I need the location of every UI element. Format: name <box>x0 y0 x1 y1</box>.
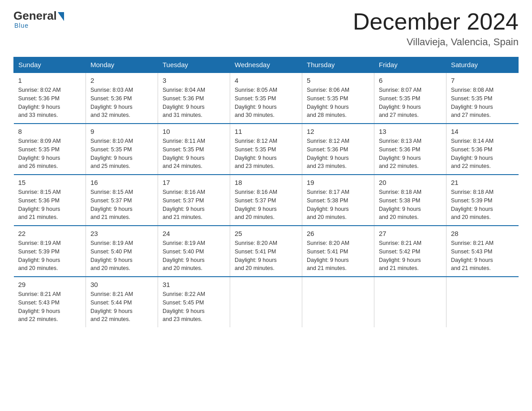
svg-marker-0 <box>58 12 64 21</box>
calendar-cell: 3 Sunrise: 8:04 AM Sunset: 5:36 PM Dayli… <box>158 73 230 124</box>
day-info: Sunrise: 8:20 AM Sunset: 5:41 PM Dayligh… <box>235 239 297 273</box>
day-number: 29 <box>18 281 82 288</box>
calendar-cell: 18 Sunrise: 8:16 AM Sunset: 5:37 PM Dayl… <box>230 175 302 226</box>
day-info: Sunrise: 8:13 AM Sunset: 5:36 PM Dayligh… <box>379 137 442 171</box>
day-info: Sunrise: 8:15 AM Sunset: 5:36 PM Dayligh… <box>18 188 82 222</box>
month-title: December 2024 <box>353 9 519 34</box>
calendar-cell: 25 Sunrise: 8:20 AM Sunset: 5:41 PM Dayl… <box>230 226 302 277</box>
calendar-cell: 5 Sunrise: 8:06 AM Sunset: 5:35 PM Dayli… <box>302 73 374 124</box>
weekday-header-friday: Friday <box>374 57 446 73</box>
calendar-cell: 22 Sunrise: 8:19 AM Sunset: 5:39 PM Dayl… <box>14 226 86 277</box>
day-info: Sunrise: 8:21 AM Sunset: 5:44 PM Dayligh… <box>90 290 153 324</box>
calendar-cell: 15 Sunrise: 8:15 AM Sunset: 5:36 PM Dayl… <box>14 175 86 226</box>
day-info: Sunrise: 8:02 AM Sunset: 5:36 PM Dayligh… <box>18 86 82 120</box>
weekday-header-monday: Monday <box>86 57 158 73</box>
calendar-table: SundayMondayTuesdayWednesdayThursdayFrid… <box>13 57 519 327</box>
calendar-cell: 11 Sunrise: 8:12 AM Sunset: 5:35 PM Dayl… <box>230 124 302 175</box>
calendar-week-row: 1 Sunrise: 8:02 AM Sunset: 5:36 PM Dayli… <box>14 73 519 124</box>
day-number: 4 <box>235 77 297 84</box>
day-number: 12 <box>307 128 369 135</box>
page-header: General Blue December 2024 Villavieja, V… <box>13 9 519 48</box>
day-number: 8 <box>18 128 82 135</box>
day-info: Sunrise: 8:16 AM Sunset: 5:37 PM Dayligh… <box>163 188 225 222</box>
day-number: 19 <box>307 179 369 186</box>
calendar-cell: 13 Sunrise: 8:13 AM Sunset: 5:36 PM Dayl… <box>374 124 446 175</box>
calendar-cell: 7 Sunrise: 8:08 AM Sunset: 5:35 PM Dayli… <box>446 73 519 124</box>
calendar-cell: 6 Sunrise: 8:07 AM Sunset: 5:35 PM Dayli… <box>374 73 446 124</box>
day-info: Sunrise: 8:12 AM Sunset: 5:36 PM Dayligh… <box>307 137 369 171</box>
logo-blue-text: Blue <box>14 22 29 29</box>
day-info: Sunrise: 8:06 AM Sunset: 5:35 PM Dayligh… <box>307 86 369 120</box>
day-number: 15 <box>18 179 82 186</box>
day-number: 7 <box>451 77 514 84</box>
day-info: Sunrise: 8:03 AM Sunset: 5:36 PM Dayligh… <box>90 86 153 120</box>
calendar-cell <box>374 277 446 327</box>
day-info: Sunrise: 8:16 AM Sunset: 5:37 PM Dayligh… <box>235 188 297 222</box>
calendar-cell: 21 Sunrise: 8:18 AM Sunset: 5:39 PM Dayl… <box>446 175 519 226</box>
day-info: Sunrise: 8:17 AM Sunset: 5:38 PM Dayligh… <box>307 188 369 222</box>
day-number: 13 <box>379 128 442 135</box>
day-info: Sunrise: 8:19 AM Sunset: 5:40 PM Dayligh… <box>163 239 225 273</box>
day-info: Sunrise: 8:21 AM Sunset: 5:43 PM Dayligh… <box>18 290 82 324</box>
day-number: 20 <box>379 179 442 186</box>
calendar-cell: 8 Sunrise: 8:09 AM Sunset: 5:35 PM Dayli… <box>14 124 86 175</box>
day-info: Sunrise: 8:12 AM Sunset: 5:35 PM Dayligh… <box>235 137 297 171</box>
calendar-cell <box>302 277 374 327</box>
day-number: 9 <box>90 128 153 135</box>
calendar-cell: 29 Sunrise: 8:21 AM Sunset: 5:43 PM Dayl… <box>14 277 86 327</box>
day-number: 14 <box>451 128 514 135</box>
day-info: Sunrise: 8:09 AM Sunset: 5:35 PM Dayligh… <box>18 137 82 171</box>
day-info: Sunrise: 8:07 AM Sunset: 5:35 PM Dayligh… <box>379 86 442 120</box>
day-number: 3 <box>163 77 225 84</box>
day-info: Sunrise: 8:15 AM Sunset: 5:37 PM Dayligh… <box>90 188 153 222</box>
day-number: 1 <box>18 77 82 84</box>
title-block: December 2024 Villavieja, Valencia, Spai… <box>353 9 519 48</box>
day-number: 5 <box>307 77 369 84</box>
day-info: Sunrise: 8:19 AM Sunset: 5:40 PM Dayligh… <box>90 239 153 273</box>
day-info: Sunrise: 8:21 AM Sunset: 5:42 PM Dayligh… <box>379 239 442 273</box>
calendar-week-row: 8 Sunrise: 8:09 AM Sunset: 5:35 PM Dayli… <box>14 124 519 175</box>
calendar-cell: 26 Sunrise: 8:20 AM Sunset: 5:41 PM Dayl… <box>302 226 374 277</box>
day-number: 28 <box>451 230 514 237</box>
calendar-cell: 20 Sunrise: 8:18 AM Sunset: 5:38 PM Dayl… <box>374 175 446 226</box>
location-title: Villavieja, Valencia, Spain <box>353 36 519 48</box>
calendar-cell: 9 Sunrise: 8:10 AM Sunset: 5:35 PM Dayli… <box>86 124 158 175</box>
calendar-cell: 4 Sunrise: 8:05 AM Sunset: 5:35 PM Dayli… <box>230 73 302 124</box>
calendar-header-row: SundayMondayTuesdayWednesdayThursdayFrid… <box>14 57 519 73</box>
weekday-header-thursday: Thursday <box>302 57 374 73</box>
calendar-cell: 27 Sunrise: 8:21 AM Sunset: 5:42 PM Dayl… <box>374 226 446 277</box>
day-number: 6 <box>379 77 442 84</box>
weekday-header-saturday: Saturday <box>446 57 519 73</box>
day-number: 11 <box>235 128 297 135</box>
calendar-cell <box>230 277 302 327</box>
calendar-cell: 17 Sunrise: 8:16 AM Sunset: 5:37 PM Dayl… <box>158 175 230 226</box>
day-number: 2 <box>90 77 153 84</box>
logo-general-text: General <box>13 9 57 23</box>
day-number: 10 <box>163 128 225 135</box>
day-number: 30 <box>90 281 153 288</box>
calendar-cell: 30 Sunrise: 8:21 AM Sunset: 5:44 PM Dayl… <box>86 277 158 327</box>
day-number: 16 <box>90 179 153 186</box>
day-info: Sunrise: 8:04 AM Sunset: 5:36 PM Dayligh… <box>163 86 225 120</box>
day-number: 22 <box>18 230 82 237</box>
day-number: 25 <box>235 230 297 237</box>
day-info: Sunrise: 8:18 AM Sunset: 5:38 PM Dayligh… <box>379 188 442 222</box>
calendar-cell: 14 Sunrise: 8:14 AM Sunset: 5:36 PM Dayl… <box>446 124 519 175</box>
day-number: 26 <box>307 230 369 237</box>
calendar-cell: 23 Sunrise: 8:19 AM Sunset: 5:40 PM Dayl… <box>86 226 158 277</box>
calendar-cell: 28 Sunrise: 8:21 AM Sunset: 5:43 PM Dayl… <box>446 226 519 277</box>
calendar-week-row: 15 Sunrise: 8:15 AM Sunset: 5:36 PM Dayl… <box>14 175 519 226</box>
calendar-cell: 31 Sunrise: 8:22 AM Sunset: 5:45 PM Dayl… <box>158 277 230 327</box>
calendar-cell: 1 Sunrise: 8:02 AM Sunset: 5:36 PM Dayli… <box>14 73 86 124</box>
day-number: 17 <box>163 179 225 186</box>
day-info: Sunrise: 8:22 AM Sunset: 5:45 PM Dayligh… <box>163 290 225 324</box>
calendar-week-row: 29 Sunrise: 8:21 AM Sunset: 5:43 PM Dayl… <box>14 277 519 327</box>
weekday-header-tuesday: Tuesday <box>158 57 230 73</box>
logo: General Blue <box>13 9 64 29</box>
calendar-week-row: 22 Sunrise: 8:19 AM Sunset: 5:39 PM Dayl… <box>14 226 519 277</box>
day-number: 24 <box>163 230 225 237</box>
day-info: Sunrise: 8:14 AM Sunset: 5:36 PM Dayligh… <box>451 137 514 171</box>
weekday-header-sunday: Sunday <box>14 57 86 73</box>
day-number: 31 <box>163 281 225 288</box>
weekday-header-wednesday: Wednesday <box>230 57 302 73</box>
